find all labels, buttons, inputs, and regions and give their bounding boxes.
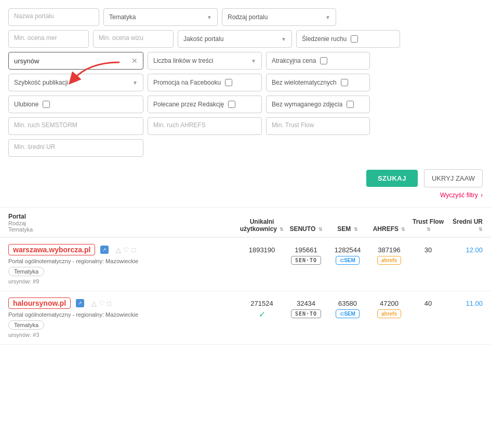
ahrefs-sort-icon: ⇅ — [401, 227, 405, 232]
promocja-fb-wrap: Promocja na Facebooku — [148, 74, 262, 91]
portal-tag-1[interactable]: Tematyka — [8, 267, 44, 276]
ur-val-2: 11.00 — [446, 297, 483, 307]
min-sredni-ur-input[interactable]: Min. średni UR — [8, 139, 143, 157]
filter-row-6: Min. ruch SEMSTORM Min. ruch AHREFS Min.… — [8, 117, 483, 135]
triangle-icon-1[interactable]: △ — [116, 246, 121, 254]
ahrefs-badge-2: ahrefs — [377, 309, 401, 318]
ahrefs-badge-1: ahrefs — [377, 256, 401, 265]
sem-val-1: 1282544 ⊂SEM — [327, 244, 368, 265]
results-table: Portal Rodzaj Tematyka Unikalni użytkown… — [0, 207, 491, 345]
atrakcyjna-cena-checkbox[interactable] — [320, 57, 327, 64]
search-keyword-input[interactable] — [14, 57, 129, 65]
heart-icon-1[interactable]: ♡ — [123, 246, 129, 254]
sledzenie-ruchu-checkbox-wrap: Śledzenie ruchu — [296, 30, 400, 48]
portal-actions-2: △ ♡ □ — [91, 300, 111, 307]
col-tf-header[interactable]: Trust Flow ⇅ — [410, 218, 446, 233]
portal-keyword-2: ursynów: #3 — [8, 332, 238, 338]
jakosc-chevron: ▼ — [281, 36, 286, 42]
clear-search-button[interactable]: ✕ — [131, 57, 138, 64]
clear-filters-link[interactable]: Wyczyść filtry › — [0, 192, 491, 203]
portal-actions-1: △ ♡ □ — [116, 246, 136, 254]
tf-sort-icon: ⇅ — [427, 227, 431, 232]
polecane-wrap: Polecane przez Redakcję — [148, 96, 262, 113]
liczba-linkow-chevron: ▼ — [251, 58, 256, 64]
portal-link-1[interactable]: warszawa.wyborcza.pl — [8, 244, 95, 255]
szukaj-button[interactable]: SZUKAJ — [366, 170, 418, 187]
external-link-icon-1[interactable]: ↗ — [100, 246, 109, 254]
polecane-checkbox[interactable] — [228, 101, 235, 108]
tematyka-select[interactable]: Tematyka ▼ — [103, 8, 218, 26]
portal-desc-2: Portal ogólnotematyczny - regionalny: Ma… — [8, 311, 238, 318]
szybkosc-chevron: ▼ — [132, 80, 138, 86]
ur-val-1: 12.00 — [446, 244, 483, 254]
sem-sort-icon: ⇅ — [354, 227, 358, 232]
portal-link-2[interactable]: haloursynow.pl — [8, 297, 71, 309]
filter-row-7: Min. średni UR — [8, 139, 483, 157]
uniq-val-2: 271524 ✓ — [238, 297, 285, 319]
uniq-sort-icon: ⇅ — [280, 227, 284, 232]
ulubione-wrap: Ulubione — [8, 96, 143, 113]
atrakcyjna-cena-wrap: Atrakcyjna cena — [266, 52, 370, 70]
bez-zdjecia-wrap: Bez wymaganego zdjęcia — [266, 96, 370, 113]
liczba-linkow-select[interactable]: Liczba linków w treści ▼ — [148, 52, 262, 70]
ukryj-zaaw-button[interactable]: UKRYJ ZAAW — [424, 169, 483, 187]
search-action-row: SZUKAJ UKRYJ ZAAW — [0, 165, 491, 192]
ur-sort-icon: ⇅ — [479, 227, 483, 232]
filter-row-1: Nazwa portalu Tematyka ▼ Rodzaj portalu … — [8, 8, 483, 26]
szybkosc-pub-select[interactable]: Szybkość publikacji ▼ — [8, 74, 143, 91]
min-ocena-wizu-input[interactable]: Min. ocena wizu — [93, 30, 174, 48]
senuto-val-2: 32434 SEN·TO — [285, 297, 327, 318]
portal-tag-2[interactable]: Tematyka — [8, 320, 44, 330]
senuto-badge-2: SEN·TO — [291, 309, 321, 318]
bez-wielotematycznych-checkbox[interactable] — [341, 79, 348, 86]
heart-icon-2[interactable]: ♡ — [99, 300, 105, 307]
sem-badge-1: ⊂SEM — [336, 256, 360, 265]
min-ruch-semstorm-input[interactable]: Min. ruch SEMSTORM — [8, 117, 143, 135]
ahrefs-val-2: 47200 ahrefs — [368, 297, 410, 318]
col-senuto-header[interactable]: SENUTO ⇅ — [285, 225, 327, 233]
bez-wielotematycznych-wrap: Bez wielotematycznych — [266, 74, 370, 91]
col-ur-header[interactable]: Średni UR ⇅ — [446, 218, 483, 233]
table-header: Portal Rodzaj Tematyka Unikalni użytkown… — [0, 208, 491, 238]
promocja-fb-checkbox[interactable] — [225, 79, 232, 86]
portal-info-2: haloursynow.pl ↗ △ ♡ □ Portal ogólnotema… — [8, 297, 238, 338]
tf-val-1: 30 — [410, 244, 446, 254]
tf-val-2: 40 — [410, 297, 446, 307]
table-row: haloursynow.pl ↗ △ ♡ □ Portal ogólnotema… — [0, 291, 491, 345]
triangle-icon-2[interactable]: △ — [91, 300, 97, 307]
verified-icon-2: ✓ — [238, 309, 285, 319]
portal-info-1: warszawa.wyborcza.pl ↗ △ ♡ □ Portal ogól… — [8, 244, 238, 284]
filter-row-3: ✕ Liczba linków w treści ▼ Atrakcyjna ce… — [8, 52, 483, 70]
min-ocena-mer-input[interactable]: Min. ocena mer — [8, 30, 89, 48]
bookmark-icon-1[interactable]: □ — [131, 246, 136, 254]
senuto-val-1: 195661 SEN·TO — [285, 244, 327, 265]
col-uniq-header[interactable]: Unikalni użytkownicy ⇅ — [238, 218, 285, 233]
sem-val-2: 63580 ⊂SEM — [327, 297, 368, 318]
senuto-badge-1: SEN·TO — [291, 256, 321, 265]
min-ruch-ahrefs-input[interactable]: Min. ruch AHREFS — [148, 117, 262, 135]
ahrefs-val-1: 387196 ahrefs — [368, 244, 410, 265]
filter-row-5: Ulubione Polecane przez Redakcję Bez wym… — [8, 96, 483, 113]
external-link-icon-2[interactable]: ↗ — [76, 299, 84, 307]
jakosc-portalu-select[interactable]: Jakość portalu ▼ — [178, 30, 292, 48]
col-ahrefs-header[interactable]: AHREFS ⇅ — [368, 225, 410, 233]
tematyka-chevron: ▼ — [207, 15, 212, 20]
rodzaj-portalu-select[interactable]: Rodzaj portalu ▼ — [222, 8, 336, 26]
portal-desc-1: Portal ogólnotematyczny - regionalny: Ma… — [8, 258, 238, 264]
bookmark-icon-2[interactable]: □ — [107, 300, 111, 307]
uniq-val-1: 1893190 — [238, 244, 285, 254]
col-portal-header: Portal Rodzaj Tematyka — [8, 213, 238, 233]
table-row: warszawa.wyborcza.pl ↗ △ ♡ □ Portal ogól… — [0, 238, 491, 291]
min-trust-flow-input[interactable]: Min. Trust Flow — [266, 117, 370, 135]
sem-badge-2: ⊂SEM — [336, 309, 360, 318]
search-keyword-input-wrap[interactable]: ✕ — [8, 52, 143, 70]
col-sem-header[interactable]: SEM ⇅ — [327, 225, 368, 233]
ulubione-checkbox[interactable] — [43, 101, 50, 108]
portal-keyword-1: ursynów: #9 — [8, 278, 238, 284]
bez-zdjecia-checkbox[interactable] — [347, 101, 354, 108]
rodzaj-chevron: ▼ — [325, 15, 330, 20]
nazwa-portalu-input[interactable]: Nazwa portalu — [8, 8, 99, 26]
filter-row-2: Min. ocena mer Min. ocena wizu Jakość po… — [8, 30, 483, 48]
sledzenie-ruchu-checkbox[interactable] — [351, 35, 358, 43]
senuto-sort-icon: ⇅ — [319, 227, 323, 232]
